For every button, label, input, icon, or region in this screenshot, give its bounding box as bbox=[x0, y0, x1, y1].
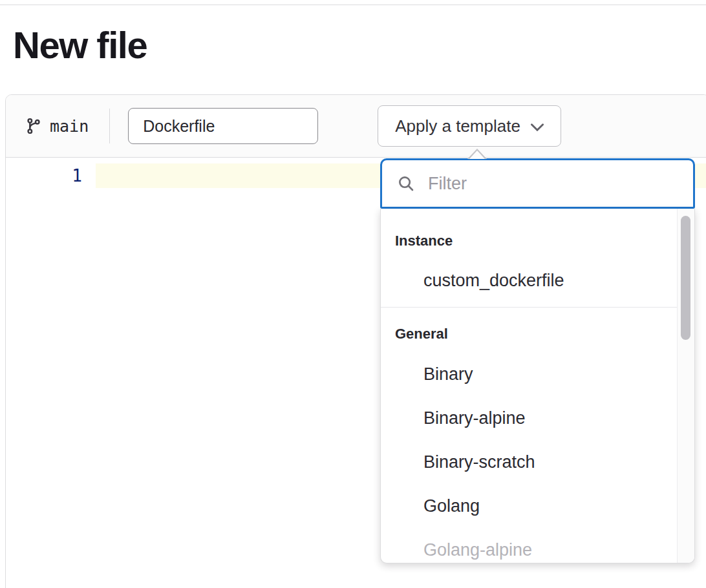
toolbar-divider bbox=[109, 109, 110, 143]
template-list: Instance custom_dockerfile General Binar… bbox=[381, 209, 677, 563]
section-header-general: General bbox=[381, 316, 677, 352]
dropdown-scrollbar[interactable] bbox=[677, 209, 694, 563]
search-icon bbox=[398, 175, 415, 193]
section-divider bbox=[381, 307, 677, 308]
template-item-custom-dockerfile[interactable]: custom_dockerfile bbox=[381, 259, 677, 302]
template-item-binary-alpine[interactable]: Binary-alpine bbox=[381, 396, 677, 440]
line-number: 1 bbox=[6, 163, 82, 188]
top-divider bbox=[0, 5, 706, 5]
template-dropdown: Instance custom_dockerfile General Binar… bbox=[380, 158, 695, 563]
branch-name: main bbox=[50, 117, 89, 136]
filter-input[interactable] bbox=[427, 163, 680, 204]
filename-input[interactable] bbox=[128, 108, 318, 144]
page-title: New file bbox=[13, 26, 147, 65]
apply-template-label: Apply a template bbox=[395, 116, 520, 136]
editor-toolbar: main Apply a template bbox=[6, 95, 706, 158]
branch-indicator: main bbox=[25, 117, 89, 136]
template-item-binary-scratch[interactable]: Binary-scratch bbox=[381, 440, 677, 484]
section-header-instance: Instance bbox=[381, 223, 677, 259]
apply-template-button[interactable]: Apply a template bbox=[378, 105, 561, 147]
git-branch-icon bbox=[25, 118, 42, 134]
dropdown-caret-fill bbox=[469, 151, 485, 159]
new-file-page: New file main Apply a template bbox=[0, 0, 706, 588]
dropdown-scroll-thumb[interactable] bbox=[681, 216, 690, 340]
dropdown-panel: Instance custom_dockerfile General Binar… bbox=[380, 209, 695, 563]
filter-box bbox=[380, 158, 695, 209]
template-item-binary[interactable]: Binary bbox=[381, 352, 677, 396]
template-item-golang[interactable]: Golang bbox=[381, 484, 677, 528]
template-item-golang-alpine[interactable]: Golang-alpine bbox=[381, 528, 677, 563]
chevron-down-icon bbox=[531, 123, 544, 131]
